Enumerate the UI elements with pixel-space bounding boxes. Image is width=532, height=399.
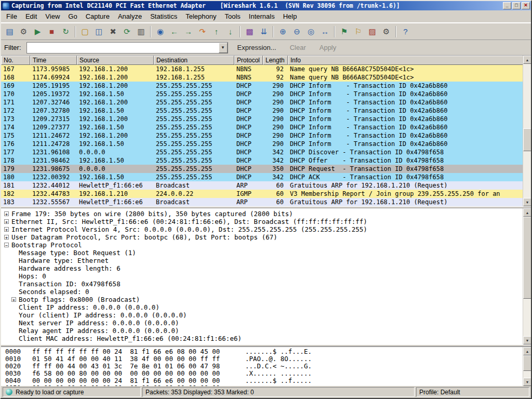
close-button[interactable]: ✕ <box>522 2 530 9</box>
go-to-top-button[interactable]: ↑ <box>209 25 223 38</box>
tree-expander-icon[interactable] <box>4 243 9 247</box>
minimize-button[interactable]: _ <box>503 2 511 9</box>
packet-row[interactable]: 179 1231.98675 0.0.0.0 255.255.255.255 D… <box>1 165 531 173</box>
hex-line[interactable]: 0040 00 00 00 00 00 00 00 24 81 f1 66 e6… <box>5 377 523 384</box>
hex-line[interactable]: 0010 01 50 41 4f 00 00 40 11 38 4f 00 00… <box>5 355 523 363</box>
packet-row[interactable]: 183 1232.55567 HewlettP_f1:66:e6 Broadca… <box>1 198 531 206</box>
detail-line[interactable]: User Datagram Protocol, Src Port: bootpc… <box>3 233 523 241</box>
scroll-up-icon[interactable]: ▲ <box>523 208 531 217</box>
tree-expander-icon[interactable] <box>11 297 16 302</box>
close-file-button[interactable]: ✖ <box>106 25 120 38</box>
tree-expander-icon[interactable] <box>4 211 9 216</box>
tree-expander-icon[interactable] <box>4 219 9 224</box>
reload-button[interactable]: ⟳ <box>120 25 134 38</box>
detail-line[interactable]: Client MAC address: HewlettP_f1:66:e6 (0… <box>3 335 523 342</box>
packet-row[interactable]: 181 1232.44012 HewlettP_f1:66:e6 Broadca… <box>1 181 531 190</box>
packet-row[interactable]: 180 1232.00392 192.168.1.50 255.255.255.… <box>1 173 531 181</box>
packet-row[interactable]: 170 1205.19372 192.168.1.50 255.255.255.… <box>1 90 531 98</box>
open-file-button[interactable]: ▢ <box>78 25 92 38</box>
detail-line[interactable]: Bootstrap Protocol <box>3 241 523 249</box>
column-header-time[interactable]: Time <box>30 56 77 65</box>
zoom-out-button[interactable]: ⊖ <box>290 25 304 38</box>
go-to-packet-button[interactable]: ↷ <box>195 25 209 38</box>
print-button[interactable]: ▥ <box>134 25 148 38</box>
find-packet-button[interactable]: ◉ <box>153 25 167 38</box>
zoom-in-button[interactable]: ⊕ <box>276 25 290 38</box>
column-header-protocol[interactable]: Protocol <box>234 56 263 65</box>
column-header-destination[interactable]: Destination <box>154 56 234 65</box>
preferences-button[interactable]: ⚙ <box>379 25 393 38</box>
go-to-bottom-button[interactable]: ↓ <box>223 25 237 38</box>
detail-line[interactable]: Relay agent IP address: 0.0.0.0 (0.0.0.0… <box>3 327 523 335</box>
capture-restart-button[interactable]: ↻ <box>59 25 73 38</box>
scroll-up-icon[interactable]: ▲ <box>523 56 531 64</box>
capture-options-button[interactable]: ⚙ <box>17 25 31 38</box>
expert-info-icon[interactable] <box>6 389 12 395</box>
hex-line[interactable]: 0030 f6 58 00 00 80 00 00 00 00 00 00 00… <box>5 370 523 377</box>
resize-columns-button[interactable]: ↔ <box>318 25 332 38</box>
detail-line[interactable]: Next server IP address: 0.0.0.0 (0.0.0.0… <box>3 319 523 327</box>
packet-row[interactable]: 175 1211.24672 192.168.1.200 255.255.255… <box>1 131 531 140</box>
tree-expander-icon[interactable] <box>4 235 9 240</box>
packet-row[interactable]: 168 1174.69924 192.168.1.200 192.168.1.2… <box>1 73 531 82</box>
packet-row[interactable]: 173 1209.27315 192.168.1.200 255.255.255… <box>1 115 531 123</box>
detail-line[interactable]: Hardware address length: 6 <box>3 264 523 272</box>
menu-analyze[interactable]: Analyze <box>114 10 146 22</box>
column-header-info[interactable]: Info <box>288 56 531 65</box>
auto-scroll-button[interactable]: ⇊ <box>257 25 271 38</box>
scroll-up-icon[interactable]: ▲ <box>523 347 531 355</box>
maximize-button[interactable]: □ <box>512 2 521 9</box>
scroll-down-icon[interactable]: ▼ <box>523 198 531 206</box>
packet-row[interactable]: 171 1207.32746 192.168.1.200 255.255.255… <box>1 98 531 107</box>
packet-list-scrollbar[interactable]: ▲ ▼ <box>523 56 531 206</box>
menu-view[interactable]: View <box>41 10 64 22</box>
apply-button[interactable]: Apply <box>315 42 341 53</box>
packet-row[interactable]: 174 1209.27377 192.168.1.50 255.255.255.… <box>1 123 531 131</box>
packet-row[interactable]: 177 1231.96108 0.0.0.0 255.255.255.255 D… <box>1 148 531 156</box>
status-profile-section[interactable]: Profile: Default <box>416 387 529 397</box>
column-header-length[interactable]: Length <box>263 56 288 65</box>
detail-line[interactable]: Ethernet II, Src: HewlettP_f1:66:e6 (00:… <box>3 218 523 225</box>
capture-filters-button[interactable]: ⚑ <box>337 25 351 38</box>
display-filters-button[interactable]: ⚐ <box>351 25 365 38</box>
capture-start-button[interactable]: ▶ <box>31 25 45 38</box>
menu-telephony[interactable]: Telephony <box>181 10 220 22</box>
hex-line[interactable]: 0020 ff ff 00 44 00 43 01 3c 7e 8e 01 01… <box>5 363 523 370</box>
menu-internals[interactable]: Internals <box>245 10 279 22</box>
packet-row[interactable]: 169 1205.19195 192.168.1.200 255.255.255… <box>1 82 531 90</box>
hex-line[interactable]: 0050 00 00 00 00 00 00 00 00 00 00 00 00… <box>5 384 523 386</box>
packet-row[interactable]: 178 1231.98462 192.168.1.50 255.255.255.… <box>1 156 531 165</box>
detail-line[interactable]: Hops: 0 <box>3 272 523 280</box>
menu-tools[interactable]: Tools <box>220 10 244 22</box>
menu-statistics[interactable]: Statistics <box>146 10 181 22</box>
list-interfaces-button[interactable]: ▤ <box>3 25 17 38</box>
detail-line[interactable]: Your (client) IP address: 0.0.0.0 (0.0.0… <box>3 311 523 319</box>
column-header-no[interactable]: No. <box>1 56 30 65</box>
menu-go[interactable]: Go <box>64 10 81 22</box>
hex-scrollbar[interactable]: ▲ ▼ <box>523 347 531 386</box>
column-header-source[interactable]: Source <box>77 56 154 65</box>
colorize-button[interactable]: ▩ <box>243 25 257 38</box>
scrollbar-thumb[interactable] <box>523 128 531 151</box>
hex-line[interactable]: 0000 ff ff ff ff ff ff 00 24 81 f1 66 e6… <box>5 348 523 355</box>
scroll-down-icon[interactable]: ▼ <box>523 378 531 386</box>
detail-line[interactable]: Bootp flags: 0x8000 (Broadcast) <box>3 296 523 303</box>
zoom-normal-button[interactable]: ◎ <box>304 25 318 38</box>
tree-expander-icon[interactable] <box>4 227 9 232</box>
menu-help[interactable]: Help <box>279 10 301 22</box>
packet-row[interactable]: 167 1173.95985 192.168.1.200 192.168.1.2… <box>1 65 531 73</box>
detail-line[interactable]: Internet Protocol Version 4, Src: 0.0.0.… <box>3 225 523 233</box>
go-back-button[interactable]: ← <box>167 25 181 38</box>
clear-button[interactable]: Clear <box>286 42 310 53</box>
expression-button[interactable]: Expression... <box>233 42 281 53</box>
detail-line[interactable]: Hardware type: Ethernet <box>3 257 523 264</box>
coloring-rules-button[interactable]: ▨ <box>365 25 379 38</box>
scroll-down-icon[interactable]: ▼ <box>523 336 531 344</box>
menu-edit[interactable]: Edit <box>21 10 41 22</box>
menu-file[interactable]: File <box>2 10 21 22</box>
packet-row[interactable]: 172 1207.32780 192.168.1.50 255.255.255.… <box>1 107 531 115</box>
detail-line[interactable]: Transaction ID: 0x4798f658 <box>3 280 523 288</box>
detail-line[interactable]: Frame 179: 350 bytes on wire (2800 bits)… <box>3 210 523 218</box>
filter-input[interactable] <box>27 43 219 53</box>
scrollbar-thumb[interactable] <box>523 355 531 371</box>
